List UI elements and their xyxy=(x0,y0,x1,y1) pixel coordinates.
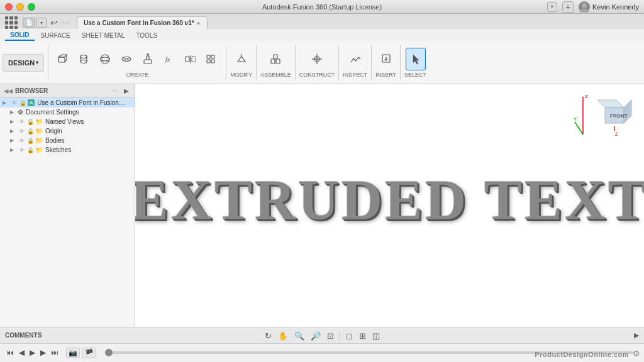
eye-icon-3[interactable]: 👁 xyxy=(18,128,25,134)
ribbon-tab-bar: SOLID SURFACE SHEET METAL TOOLS xyxy=(0,29,644,41)
svg-marker-34 xyxy=(624,100,631,123)
eye-icon[interactable]: 👁 xyxy=(10,100,18,106)
tree-sketches-label: Sketches xyxy=(45,146,132,153)
comments-section: COMMENTS xyxy=(5,332,42,339)
title-bar: Autodesk Fusion 360 (Startup License) × … xyxy=(0,0,644,14)
insert-group-label: INSERT xyxy=(375,72,396,78)
grid-button[interactable]: ⊞ xyxy=(357,330,368,342)
document-tab[interactable]: Use a Custom Font in Fusion 360 v1* ● xyxy=(77,16,208,29)
doc-badge: A xyxy=(28,99,35,106)
pan-tool-button[interactable]: ✋ xyxy=(276,330,290,342)
tree-item-bodies[interactable]: ▶ 👁 🔒 📁 Bodies xyxy=(0,136,135,145)
tab-solid[interactable]: SOLID xyxy=(5,30,35,41)
timeline-play-button[interactable]: ▶ xyxy=(28,347,36,358)
comments-expand-icon[interactable]: ▶ xyxy=(634,331,639,339)
browser-title: ◀◀ BROWSER xyxy=(4,87,48,94)
minimize-button[interactable] xyxy=(16,3,24,11)
browser-collapse-icon[interactable]: ◀◀ xyxy=(4,88,13,94)
construct-button[interactable] xyxy=(307,48,327,70)
timeline-marker-button[interactable]: 🏴 xyxy=(82,348,96,358)
tree-bodies-label: Bodies xyxy=(45,137,132,144)
ribbon-buttons-bar: DESIGN ▾ xyxy=(0,41,644,84)
redo-button[interactable]: ↪ xyxy=(60,16,70,29)
tab-tools[interactable]: TOOLS xyxy=(131,31,162,40)
browser-expand-button[interactable]: ▶ xyxy=(122,87,131,95)
new-tab-button[interactable]: + xyxy=(562,1,574,13)
view-cube[interactable]: Z FRONT xyxy=(592,92,636,136)
browser-options-button[interactable]: ⋯ xyxy=(109,87,119,95)
eye-icon-5[interactable]: 👁 xyxy=(18,147,25,153)
file-arrow[interactable]: ▾ xyxy=(36,18,47,28)
zoom-input[interactable]: 🔎 xyxy=(309,330,323,342)
create-pattern-button[interactable] xyxy=(202,48,222,70)
tab-surface[interactable]: SURFACE xyxy=(36,31,75,40)
create-torus-button[interactable] xyxy=(116,48,136,70)
tree-named-views-label: Named Views xyxy=(45,118,132,125)
lock-icon-4[interactable]: 🔒 xyxy=(26,138,34,144)
lock-icon-3[interactable]: 🔒 xyxy=(26,128,34,134)
tab-sheet-metal[interactable]: SHEET METAL xyxy=(77,31,130,40)
file-buttons: 📄 ▾ xyxy=(23,18,47,28)
svg-rect-2 xyxy=(58,57,65,62)
close-button[interactable] xyxy=(5,3,13,11)
create-box-button[interactable] xyxy=(52,48,72,70)
tree-item-document[interactable]: ▶ 👁 🔒 A Use a Custom Font in Fusion ....… xyxy=(0,98,135,107)
tree-arrow-icon-2: ▶ xyxy=(10,109,16,115)
zoom-minus-button[interactable]: 🔍 xyxy=(292,330,306,342)
lock-icon-2[interactable]: 🔒 xyxy=(26,119,34,125)
maximize-button[interactable] xyxy=(28,3,35,11)
create-mirror-button[interactable] xyxy=(180,48,201,70)
ribbon-group-construct: CONSTRUCT xyxy=(299,48,335,78)
timeline-prev-button[interactable]: ◀ xyxy=(18,347,26,358)
tree-item-named-views[interactable]: ▶ 👁 🔒 📁 Named Views xyxy=(0,117,135,126)
tree-item-doc-settings[interactable]: ▶ ⚙ Document Settings xyxy=(0,107,135,117)
folder-icon-3: 📁 xyxy=(35,137,43,144)
eye-icon-4[interactable]: 👁 xyxy=(18,138,25,144)
timeline-next-button[interactable]: ▶ xyxy=(39,347,47,358)
undo-button[interactable]: ↩ xyxy=(49,16,59,29)
lock-icon[interactable]: 🔒 xyxy=(19,100,26,106)
app-grid-icon[interactable] xyxy=(5,16,18,29)
tree-arrow-icon-5: ▶ xyxy=(10,138,16,143)
ribbon-separator-4 xyxy=(295,45,296,80)
eye-icon-2[interactable]: 👁 xyxy=(18,119,25,125)
tree-doc-options[interactable]: ⋯ xyxy=(126,100,132,106)
svg-rect-17 xyxy=(192,57,196,62)
fit-button[interactable]: ⊡ xyxy=(325,330,336,342)
timeline-start-button[interactable]: ⏮ xyxy=(5,347,15,358)
view-options-button[interactable]: ◫ xyxy=(370,330,382,342)
create-extrude-button[interactable] xyxy=(138,48,158,70)
lock-icon-5[interactable]: 🔒 xyxy=(26,147,34,153)
tree-item-sketches[interactable]: ▶ 👁 🔒 📁 Sketches xyxy=(0,145,135,155)
timeline-end-button[interactable]: ⏭ xyxy=(50,347,60,358)
modify-icons-row xyxy=(231,48,252,70)
comments-label: COMMENTS xyxy=(5,332,42,339)
tree-item-origin[interactable]: ▶ 👁 🔒 📁 Origin xyxy=(0,126,135,136)
file-icon[interactable]: 📄 xyxy=(23,18,35,28)
svg-text:Z: Z xyxy=(585,94,588,99)
create-icons-row: fx xyxy=(52,48,222,70)
assemble-button[interactable] xyxy=(265,48,286,70)
timeline-thumb[interactable] xyxy=(105,349,113,356)
tree-arrow-icon: ▶ xyxy=(3,100,9,106)
orbit-tool-button[interactable]: ↻ xyxy=(263,330,274,342)
create-formula-button[interactable]: fx xyxy=(159,48,179,70)
viewport[interactable]: EXTRUDED TEXT Z FRONT Z Y xyxy=(135,84,644,327)
svg-text:FRONT: FRONT xyxy=(610,113,628,119)
create-sphere-button[interactable] xyxy=(95,48,115,70)
insert-button[interactable] xyxy=(376,48,396,70)
tree-arrow-icon-4: ▶ xyxy=(10,128,16,134)
shading-button[interactable]: ◻ xyxy=(344,330,355,342)
settings-gear-icon[interactable]: ⚙ xyxy=(633,349,640,358)
inspect-button[interactable] xyxy=(345,48,365,70)
select-button[interactable] xyxy=(406,48,426,70)
svg-rect-22 xyxy=(211,60,214,63)
design-button[interactable]: DESIGN ▾ xyxy=(3,54,44,72)
user-info: Kevin Kennedy xyxy=(579,1,639,13)
comments-controls: ▶ xyxy=(634,331,639,339)
tab-close-button[interactable]: × xyxy=(547,2,557,12)
timeline-screenshot-button[interactable]: 📷 xyxy=(66,348,80,358)
create-cylinder-button[interactable] xyxy=(74,48,94,70)
folder-icon-2: 📁 xyxy=(35,128,43,134)
modify-press-pull-button[interactable] xyxy=(231,48,252,70)
